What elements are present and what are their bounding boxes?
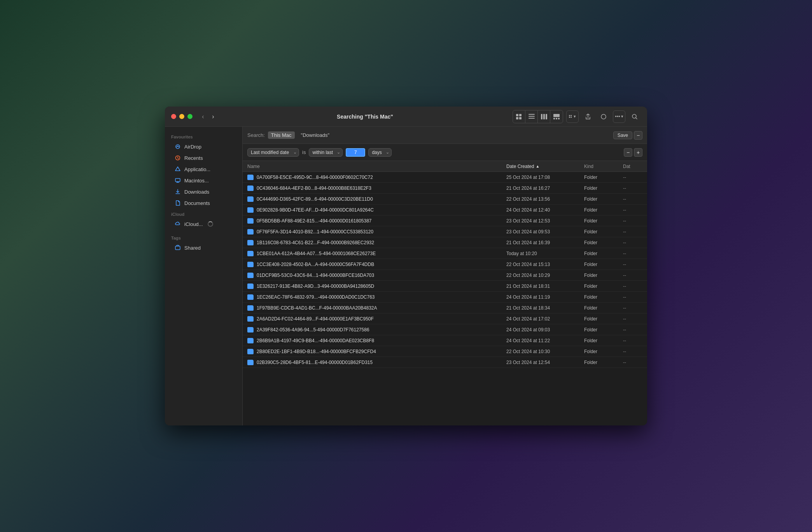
table-row[interactable]: 1B116C08-6783-4C61-B22...F-494-00000B926… xyxy=(243,237,647,248)
table-header: Name Date Created ▲ Kind Dat xyxy=(243,161,647,172)
table-row[interactable]: 01DCF9B5-53C0-43C6-84...1-494-00000BFCE1… xyxy=(243,270,647,281)
table-row[interactable]: 02B390C5-28D6-4BF5-81...E-494-00000D01B6… xyxy=(243,357,647,368)
sidebar-item-shared[interactable]: Shared xyxy=(168,242,239,253)
back-button[interactable]: ‹ xyxy=(199,112,207,121)
folder-icon xyxy=(247,284,254,289)
table-row[interactable]: 2A39F842-0536-4A96-94...5-494-00000D7F76… xyxy=(243,324,647,335)
row-kind: Folder xyxy=(584,305,623,311)
row-date-modified: -- xyxy=(623,305,642,311)
sidebar-item-macintosh[interactable]: Macintos... xyxy=(168,175,239,186)
folder-icon xyxy=(247,316,254,322)
row-name: 01DCF9B5-53C0-43C6-84...1-494-00000BFCE1… xyxy=(247,273,506,278)
icloud-drive-label: iCloud... xyxy=(184,221,203,227)
sidebar-item-documents[interactable]: Documents xyxy=(168,198,239,208)
row-name: 1B116C08-6783-4C61-B22...F-494-00000B926… xyxy=(247,240,506,245)
tag-button[interactable] xyxy=(597,110,610,123)
forward-button[interactable]: › xyxy=(209,112,217,121)
table-row[interactable]: 2A6AD2D4-FC02-4464-89...F-494-00000E1AF3… xyxy=(243,313,647,324)
this-mac-tag[interactable]: This Mac xyxy=(268,131,295,139)
filter-actions: − + xyxy=(624,148,642,157)
toolbar-icons: ▾ ••• ▾ xyxy=(513,110,641,123)
days-select[interactable]: days xyxy=(368,148,392,157)
maximize-button[interactable] xyxy=(187,114,192,119)
filter-is-label: is xyxy=(302,149,306,155)
folder-icon xyxy=(247,305,254,311)
col-header-date-modified[interactable]: Dat xyxy=(623,164,642,169)
finder-window: ‹ › Searching "This Mac" ▾ xyxy=(165,107,647,425)
row-name-text: 2B6B9A1B-4197-49C9-BB4...-494-00000DAE02… xyxy=(257,338,374,343)
row-name: 0E902828-9B0D-47EE-AF...D-494-00000DC801… xyxy=(247,207,506,213)
group-by-button[interactable]: ▾ xyxy=(566,110,579,123)
filter-minus-button[interactable]: − xyxy=(624,148,632,157)
row-date-created: Today at 10:20 xyxy=(506,251,584,256)
row-date-created: 23 Oct 2024 at 09:53 xyxy=(506,229,584,234)
table-body: 0A700F58-E5CE-495D-9C...8-494-00000F0602… xyxy=(243,172,647,425)
row-kind: Folder xyxy=(584,196,623,202)
more-button[interactable]: ••• ▾ xyxy=(613,110,625,123)
row-name: 2B80ED2E-1BF1-4B9D-B18...-494-00000BFCFB… xyxy=(247,349,506,354)
svg-rect-2 xyxy=(516,117,518,119)
downloads-tag[interactable]: "Downloads" xyxy=(298,131,333,139)
row-kind: Folder xyxy=(584,316,623,322)
search-save-area: Save − xyxy=(613,131,642,140)
table-row[interactable]: 1E326217-913E-4B82-A9D...3-494-00000BA94… xyxy=(243,281,647,292)
svg-rect-0 xyxy=(516,114,518,116)
table-row[interactable]: 0C444690-D365-42FC-89...6-494-00000C3D20… xyxy=(243,194,647,205)
close-button[interactable] xyxy=(171,114,176,119)
filter-plus-button[interactable]: + xyxy=(634,148,642,157)
folder-icon xyxy=(247,262,254,267)
minimize-button[interactable] xyxy=(179,114,184,119)
list-view-button[interactable] xyxy=(525,110,538,123)
sidebar-item-recents[interactable]: Recents xyxy=(168,152,239,163)
table-row[interactable]: 2B80ED2E-1BF1-4B9D-B18...-494-00000BFCFB… xyxy=(243,346,647,357)
row-kind: Folder xyxy=(584,175,623,180)
svg-rect-3 xyxy=(519,117,522,119)
row-name-text: 01DCF9B5-53C0-43C6-84...1-494-00000BFCE1… xyxy=(257,273,374,278)
recents-label: Recents xyxy=(184,155,203,161)
col-header-kind[interactable]: Kind xyxy=(584,164,623,169)
table-row[interactable]: 2B6B9A1B-4197-49C9-BB4...-494-00000DAE02… xyxy=(243,335,647,346)
icon-view-button[interactable] xyxy=(513,110,525,123)
gallery-view-button[interactable] xyxy=(550,110,563,123)
main-content: Search: This Mac "Downloads" Save − Last… xyxy=(243,127,647,425)
search-button[interactable] xyxy=(628,110,641,123)
svg-rect-4 xyxy=(528,114,535,115)
folder-icon xyxy=(247,186,254,191)
date-field-select[interactable]: Last modified date xyxy=(247,148,299,157)
nav-buttons: ‹ › xyxy=(199,112,217,121)
sidebar-item-airdrop[interactable]: AirDrop xyxy=(168,141,239,152)
row-name-text: 0E902828-9B0D-47EE-AF...D-494-00000DC801… xyxy=(257,207,374,213)
table-row[interactable]: 0F76F5FA-3D14-4010-B92...1-494-00000CC53… xyxy=(243,226,647,237)
row-name: 2A39F842-0536-4A96-94...5-494-00000D7F76… xyxy=(247,327,506,332)
sidebar-item-downloads[interactable]: Downloads xyxy=(168,186,239,197)
table-row[interactable]: 0A700F58-E5CE-495D-9C...8-494-00000F0602… xyxy=(243,172,647,183)
column-view-button[interactable] xyxy=(538,110,550,123)
row-kind: Folder xyxy=(584,207,623,213)
table-row[interactable]: 0F5BD5BB-AF88-49E2-815...-494-00000D0161… xyxy=(243,215,647,226)
row-date-created: 24 Oct 2024 at 11:22 xyxy=(506,338,584,343)
col-header-name[interactable]: Name xyxy=(247,164,506,169)
table-row[interactable]: 1CC3E408-2028-4502-BA...A-494-00000C56FA… xyxy=(243,259,647,270)
table-row[interactable]: 0E902828-9B0D-47EE-AF...D-494-00000DC801… xyxy=(243,205,647,215)
row-name: 1F97BB9E-CDCB-4AD1-BC...F-494-00000BAA20… xyxy=(247,305,506,311)
within-last-select[interactable]: within last xyxy=(309,148,343,157)
table-row[interactable]: 0C436046-684A-4EF2-B0...8-494-00000B8E63… xyxy=(243,183,647,194)
share-button[interactable] xyxy=(582,110,594,123)
table-row[interactable]: 1EC26EAC-78F6-4832-979...-494-00000DAD0C… xyxy=(243,292,647,303)
sidebar-item-applications[interactable]: Applicatio... xyxy=(168,164,239,175)
folder-icon xyxy=(247,240,254,245)
row-name: 0C444690-D365-42FC-89...6-494-00000C3D20… xyxy=(247,196,506,202)
svg-rect-13 xyxy=(558,118,560,119)
table-row[interactable]: 1CBE01AA-612A-4B44-A07...5-494-00001068C… xyxy=(243,248,647,259)
search-minus-button[interactable]: − xyxy=(634,131,642,140)
tags-label: Tags xyxy=(165,233,242,242)
filter-value-input[interactable] xyxy=(346,148,365,157)
col-header-date-created[interactable]: Date Created ▲ xyxy=(506,164,584,169)
sidebar-item-icloud[interactable]: iCloud... xyxy=(168,219,239,229)
row-date-modified: -- xyxy=(623,273,642,278)
save-button[interactable]: Save xyxy=(613,131,632,139)
airdrop-icon xyxy=(174,143,181,150)
svg-rect-1 xyxy=(519,114,522,116)
row-date-created: 21 Oct 2024 at 16:27 xyxy=(506,186,584,191)
table-row[interactable]: 1F97BB9E-CDCB-4AD1-BC...F-494-00000BAA20… xyxy=(243,303,647,313)
